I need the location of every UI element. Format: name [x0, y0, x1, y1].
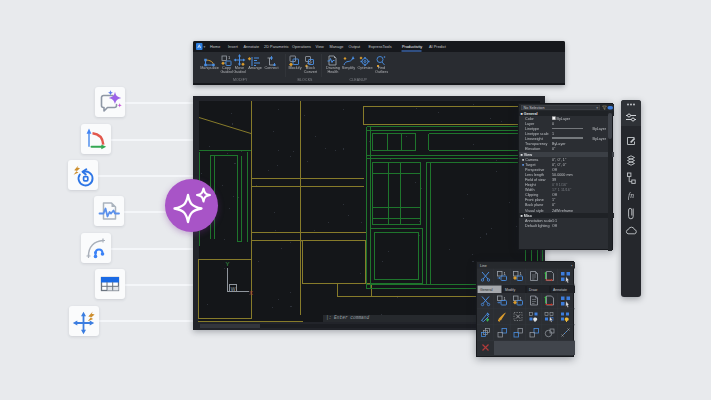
- svg-text:W: W: [231, 286, 236, 292]
- svg-text:X: X: [249, 290, 253, 296]
- svg-text:Y: Y: [225, 261, 229, 267]
- svg-text:fn: fn: [628, 191, 634, 200]
- svg-text:1: 1: [228, 55, 231, 60]
